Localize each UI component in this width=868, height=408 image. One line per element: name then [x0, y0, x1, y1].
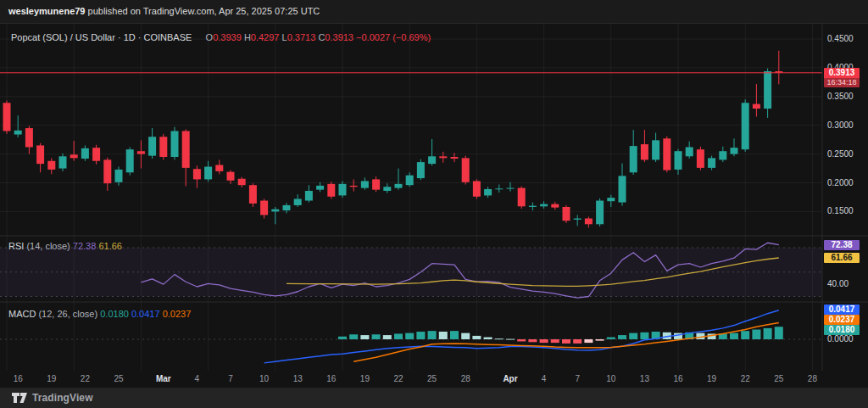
chart-panel[interactable]: Popcat (SOL) / US Dollar · 1D · COINBASE… — [0, 23, 868, 388]
rsi-params: (14, close) — [26, 241, 70, 251]
chart-canvas[interactable] — [0, 24, 868, 388]
macd-line-value: 0.0417 — [131, 309, 160, 319]
open-label: O — [206, 32, 214, 42]
rsi-ma-label: 61.66 — [824, 253, 860, 263]
time-tick-label: 7 — [575, 374, 580, 384]
time-tick-label: 16 — [673, 374, 682, 384]
time-tick-label: 19 — [360, 374, 370, 384]
change-value: −0.0027 (−0.69%) — [356, 32, 431, 42]
last-price-label: 0.3913 16:34:18 — [824, 68, 860, 87]
countdown-timer: 16:34:18 — [824, 78, 860, 87]
rsi-ma-value: 61.66 — [98, 241, 122, 251]
time-tick-label: 10 — [606, 374, 615, 384]
time-tick-label: Apr — [503, 374, 517, 384]
tradingview-logo-icon — [12, 392, 27, 404]
rsi-title: RSI — [8, 241, 24, 251]
time-tick-label: 19 — [47, 374, 56, 384]
time-tick-label: 13 — [293, 374, 303, 384]
time-tick-label: 4 — [195, 374, 200, 384]
attribution-bar: wesleymunene79 published on TradingView.… — [0, 0, 868, 23]
zero-level-label: 0.0000 — [827, 334, 865, 344]
hist-label: 0.0180 — [824, 325, 860, 335]
time-tick-label: 25 — [774, 374, 783, 384]
close-value: 0.3913 — [325, 32, 353, 42]
tradingview-snapshot: wesleymunene79 published on TradingView.… — [0, 0, 868, 408]
rsi-level-label: 40.00 — [827, 279, 865, 289]
time-tick-label: 7 — [228, 374, 233, 384]
attribution-username: wesleymunene79 — [8, 6, 86, 16]
macd-title: MACD — [8, 309, 36, 319]
time-tick-label: 22 — [741, 374, 750, 384]
time-tick-label: 22 — [393, 374, 403, 384]
price-tick-label: 0.2500 — [827, 149, 865, 159]
rsi-value: 72.38 — [73, 241, 97, 251]
macd-line-label: 0.0417 — [824, 305, 860, 315]
time-tick-label: 28 — [461, 374, 470, 384]
tradingview-brand: TradingView — [32, 392, 93, 404]
time-axis[interactable]: 16192225Mar4710131619222528Apr4710131619… — [0, 371, 868, 388]
macd-legend[interactable]: MACD (12, 26, close) 0.0180 0.0417 0.023… — [8, 309, 191, 319]
low-value: 0.3713 — [287, 32, 316, 42]
time-tick-label: 16 — [326, 374, 336, 384]
price-tick-label: 0.4500 — [827, 34, 865, 44]
time-tick-label: Mar — [156, 374, 171, 384]
rsi-value-label: 72.38 — [824, 240, 860, 250]
attribution-text: published on TradingView.com, Apr 25, 20… — [86, 6, 320, 16]
high-value: 0.4297 — [251, 32, 280, 42]
macd-params: (12, 26, close) — [38, 309, 97, 319]
time-tick-label: 25 — [427, 374, 437, 384]
time-tick-label: 28 — [808, 374, 817, 384]
time-tick-label: 25 — [114, 374, 123, 384]
time-tick-label: 4 — [542, 374, 547, 384]
macd-hist-value: 0.0180 — [100, 309, 129, 319]
symbol-legend[interactable]: Popcat (SOL) / US Dollar · 1D · COINBASE… — [11, 32, 431, 42]
symbol-title: Popcat (SOL) / US Dollar · 1D · COINBASE — [11, 32, 192, 42]
macd-signal-value: 0.0237 — [163, 309, 192, 319]
time-tick-label: 19 — [707, 374, 716, 384]
time-tick-label: 10 — [259, 374, 269, 384]
time-tick-label: 13 — [640, 374, 649, 384]
time-tick-label: 16 — [14, 374, 23, 384]
price-tick-label: 0.2000 — [827, 178, 865, 188]
tradingview-logo[interactable]: TradingView — [12, 392, 93, 404]
price-tick-label: 0.3000 — [827, 120, 865, 131]
rsi-legend[interactable]: RSI (14, close) 72.38 61.66 — [8, 241, 122, 251]
signal-line-label: 0.0237 — [824, 315, 860, 325]
time-tick-label: 22 — [81, 374, 90, 384]
open-value: 0.3939 — [213, 32, 242, 42]
footer-bar: TradingView — [0, 388, 868, 408]
high-label: H — [244, 32, 251, 42]
price-tick-label: 0.3500 — [827, 92, 865, 102]
last-price-value: 0.3913 — [824, 68, 860, 78]
price-tick-label: 0.1500 — [827, 206, 865, 216]
